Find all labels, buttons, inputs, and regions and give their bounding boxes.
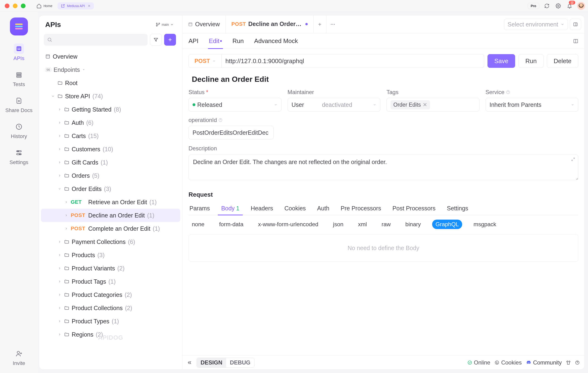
- body-type-graphql[interactable]: GraphQL: [432, 220, 462, 229]
- window-minimize[interactable]: [13, 4, 18, 8]
- chevron-icon[interactable]: [64, 200, 68, 204]
- rail-item-apis[interactable]: APIs: [13, 43, 24, 62]
- rail-item-invite[interactable]: Invite: [13, 348, 25, 366]
- tree-folder[interactable]: Payment Collections (6): [41, 235, 180, 249]
- req-tab-headers[interactable]: Headers: [250, 203, 274, 215]
- tree-folder[interactable]: Product Variants (2): [41, 262, 180, 275]
- url-input[interactable]: [222, 54, 484, 68]
- collapse-button[interactable]: [187, 360, 192, 365]
- chevron-icon[interactable]: [64, 214, 68, 217]
- tree-endpoint[interactable]: POSTComplete an Order Edit (1): [41, 222, 180, 235]
- body-type-binary[interactable]: binary: [402, 220, 424, 229]
- chevron-icon[interactable]: [57, 280, 62, 283]
- tree-folder[interactable]: Products (3): [41, 249, 180, 262]
- app-logo[interactable]: [10, 18, 28, 35]
- tab-overview[interactable]: Overview: [182, 15, 226, 33]
- window-maximize[interactable]: [21, 4, 26, 8]
- body-type-json[interactable]: json: [330, 220, 347, 229]
- new-tab-button[interactable]: [314, 15, 326, 33]
- online-status[interactable]: Online: [467, 359, 490, 366]
- tab-active-endpoint[interactable]: POST Decline an Order…: [226, 15, 314, 33]
- req-tab-params[interactable]: Params: [189, 203, 211, 215]
- chevron-icon[interactable]: [57, 320, 62, 323]
- rail-item-history[interactable]: History: [11, 122, 27, 139]
- chevron-icon[interactable]: [57, 174, 62, 177]
- help-icon[interactable]: [506, 90, 510, 94]
- tshirt-button[interactable]: [566, 360, 571, 365]
- rail-item-share-docs[interactable]: Share Docs: [5, 95, 33, 114]
- expand-icon[interactable]: [571, 157, 575, 161]
- search-input[interactable]: [44, 34, 147, 46]
- help-button[interactable]: [575, 360, 580, 365]
- tree-folder[interactable]: Getting Started (8): [41, 103, 180, 116]
- tree-endpoint[interactable]: POSTDecline an Order Edit (1): [41, 209, 180, 222]
- maintainer-select[interactable]: User deactivated: [288, 98, 381, 112]
- tree-folder[interactable]: Store API (74): [41, 90, 180, 103]
- body-type-none[interactable]: none: [189, 220, 208, 229]
- chevron-icon[interactable]: [57, 267, 62, 270]
- community-button[interactable]: Community: [526, 359, 562, 366]
- subtab-edit[interactable]: Edit •: [209, 33, 222, 49]
- tree-folder[interactable]: Customers (10): [41, 143, 180, 156]
- chevron-icon[interactable]: [51, 94, 55, 98]
- tree-folder[interactable]: Root: [41, 76, 180, 90]
- layout-toggle-button[interactable]: [570, 19, 581, 30]
- pro-badge[interactable]: Pro: [528, 3, 539, 9]
- tree-overview[interactable]: Overview: [41, 50, 180, 63]
- body-type-xml[interactable]: xml: [355, 220, 370, 229]
- subtab-api[interactable]: API: [189, 33, 199, 49]
- description-textarea[interactable]: Decline an Order Edit. The changes are n…: [189, 155, 578, 180]
- req-tab-auth[interactable]: Auth: [316, 203, 330, 215]
- mode-design[interactable]: DESIGN: [197, 358, 226, 367]
- tree-folder[interactable]: Product Tags (1): [41, 275, 180, 288]
- chevron-icon[interactable]: [57, 306, 62, 310]
- req-tab-pre[interactable]: Pre Processors: [340, 203, 382, 215]
- tree-folder[interactable]: Auth (6): [41, 116, 180, 129]
- body-type-msgpack[interactable]: msgpack: [470, 220, 500, 229]
- method-select[interactable]: POST: [189, 54, 222, 68]
- add-button[interactable]: [164, 34, 176, 46]
- tree-endpoints-header[interactable]: 96 Endpoints: [41, 63, 180, 76]
- remove-tag-icon[interactable]: ✕: [423, 102, 427, 108]
- tree-folder[interactable]: Product Categories (2): [41, 288, 180, 301]
- subtab-run[interactable]: Run: [232, 33, 244, 49]
- rail-item-tests[interactable]: Tests: [13, 70, 25, 87]
- workspace-tab[interactable]: Medusa API ✕: [57, 2, 94, 10]
- chevron-icon[interactable]: [57, 134, 62, 138]
- sync-button[interactable]: [543, 2, 551, 10]
- chevron-icon[interactable]: [57, 240, 62, 243]
- settings-button[interactable]: [554, 2, 562, 10]
- status-select[interactable]: Released: [189, 98, 282, 112]
- tab-more-button[interactable]: [326, 15, 339, 33]
- cookies-button[interactable]: Cookies: [494, 359, 522, 366]
- chevron-icon[interactable]: [57, 333, 62, 336]
- mode-debug[interactable]: DEBUG: [226, 358, 254, 367]
- run-button[interactable]: Run: [518, 54, 544, 68]
- tree-folder[interactable]: Carts (15): [41, 129, 180, 143]
- help-icon[interactable]: [218, 118, 222, 122]
- body-type-raw[interactable]: raw: [378, 220, 394, 229]
- body-type-xwww[interactable]: x-www-form-urlencoded: [255, 220, 322, 229]
- chevron-icon[interactable]: [57, 108, 62, 111]
- rail-item-settings[interactable]: Settings: [10, 147, 28, 166]
- delete-button[interactable]: Delete: [547, 54, 578, 68]
- tree-folder[interactable]: Product Types (1): [41, 315, 180, 328]
- service-select[interactable]: Inherit from Parents: [486, 98, 578, 112]
- split-view-button[interactable]: [573, 39, 578, 44]
- mode-segment[interactable]: DESIGN DEBUG: [197, 358, 254, 368]
- tree-folder[interactable]: Product Collections (2): [41, 301, 180, 315]
- chevron-icon[interactable]: [57, 161, 62, 164]
- chevron-icon[interactable]: [64, 227, 68, 230]
- branch-selector[interactable]: main: [153, 21, 176, 28]
- chevron-icon[interactable]: [57, 147, 62, 151]
- notifications-button[interactable]: 12: [566, 2, 573, 10]
- filter-button[interactable]: [150, 34, 162, 46]
- body-type-form[interactable]: form-data: [216, 220, 247, 229]
- chevron-icon[interactable]: [57, 121, 62, 124]
- tree-folder[interactable]: Orders (5): [41, 169, 180, 182]
- operationid-input[interactable]: [189, 126, 274, 139]
- chevron-icon[interactable]: [57, 253, 62, 257]
- req-tab-body[interactable]: Body1: [220, 203, 240, 215]
- chevron-icon[interactable]: [57, 293, 62, 296]
- subtab-mock[interactable]: Advanced Mock: [254, 33, 298, 49]
